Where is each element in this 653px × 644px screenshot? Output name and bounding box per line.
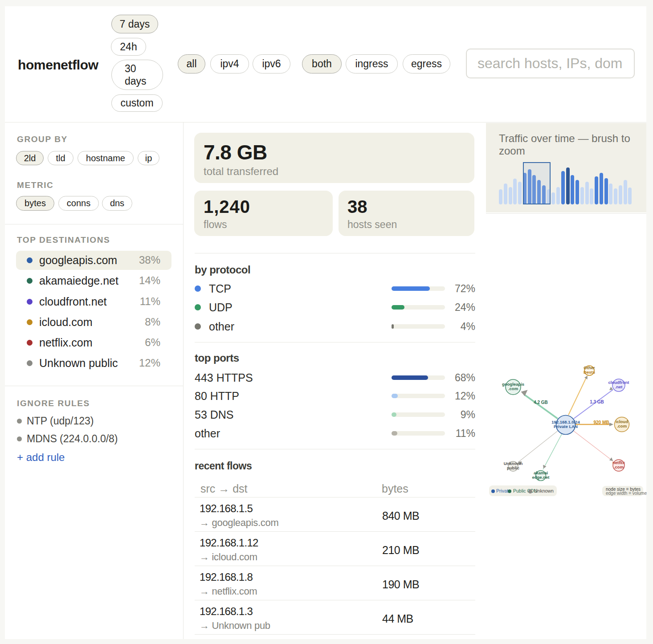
svg-text:920 MB: 920 MB bbox=[593, 420, 609, 425]
svg-text:edge.net: edge.net bbox=[532, 475, 550, 480]
svg-text:.com: .com bbox=[508, 386, 518, 391]
svg-text:public: public bbox=[507, 465, 519, 470]
svg-text:4.2 GB: 4.2 GB bbox=[534, 400, 548, 405]
svg-text:.net: .net bbox=[615, 384, 623, 389]
svg-text:.com: .com bbox=[617, 424, 627, 428]
svg-text:Dests: Dests bbox=[584, 370, 595, 375]
svg-text:Private LAN: Private LAN bbox=[554, 424, 578, 429]
svg-text:1.3 GB: 1.3 GB bbox=[590, 399, 604, 404]
svg-text:.com: .com bbox=[614, 465, 624, 469]
